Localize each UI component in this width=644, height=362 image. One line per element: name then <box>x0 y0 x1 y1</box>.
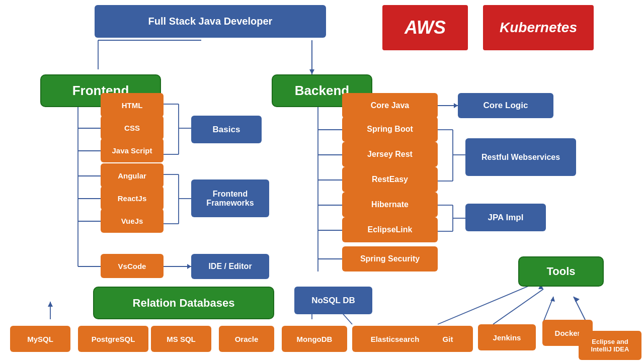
core-java-box: Core Java <box>342 93 438 118</box>
ide-editor-box: IDE / Editor <box>191 254 269 279</box>
spring-security-box: Spring Security <box>342 246 438 272</box>
oracle-box: Oracle <box>219 326 274 352</box>
svg-marker-60 <box>574 297 580 302</box>
reactjs-box: ReactJs <box>101 186 164 210</box>
jenkins-box: Jenkins <box>478 324 536 350</box>
spring-boot-box: Spring Boot <box>342 117 438 142</box>
frontend-frameworks-box: FrontendFrameworks <box>191 179 269 217</box>
eclipselink-box: EclipseLink <box>342 217 438 242</box>
svg-marker-42 <box>48 302 53 307</box>
svg-line-57 <box>543 297 553 322</box>
nosql-db-box: NoSQL DB <box>294 287 372 314</box>
git-box: Git <box>423 326 473 352</box>
restful-box: Restful Webservices <box>465 138 576 176</box>
vscode-box: VsCode <box>101 254 164 278</box>
css-box: CSS <box>101 116 164 140</box>
svg-marker-1 <box>309 69 314 74</box>
html-box: HTML <box>101 93 164 117</box>
javascript-box: Java Script <box>101 138 164 162</box>
aws-box: AWS <box>382 5 468 50</box>
title-box: Full Stack Java Developer <box>95 5 326 38</box>
hibernate-box: Hibernate <box>342 192 438 217</box>
svg-line-53 <box>438 284 533 324</box>
svg-marker-32 <box>454 103 458 108</box>
postgresql-box: PostgreSQL <box>78 326 148 352</box>
relation-db-box: Relation Databases <box>93 287 274 319</box>
eclipse-intellij-box: Eclipse andIntelliJ IDEA <box>579 331 641 360</box>
vuejs-box: VueJs <box>101 209 164 233</box>
svg-marker-22 <box>187 264 191 269</box>
mongodb-box: MongoDB <box>282 326 347 352</box>
jpa-impl-box: JPA Impl <box>465 204 546 231</box>
mysql-box: MySQL <box>10 326 70 352</box>
mssql-box: MS SQL <box>151 326 211 352</box>
svg-marker-58 <box>550 297 555 302</box>
kubernetes-box: Kubernetes <box>483 5 594 50</box>
resteasy-box: RestEasy <box>342 167 438 192</box>
core-logic-box: Core Logic <box>458 93 553 118</box>
jersey-rest-box: Jersey Rest <box>342 142 438 167</box>
angular-box: Angular <box>101 163 164 188</box>
svg-line-55 <box>493 289 543 324</box>
basics-box: Basics <box>191 116 262 143</box>
diagram: Full Stack Java Developer AWS Kubernetes… <box>0 0 644 362</box>
tools-box: Tools <box>518 256 604 287</box>
